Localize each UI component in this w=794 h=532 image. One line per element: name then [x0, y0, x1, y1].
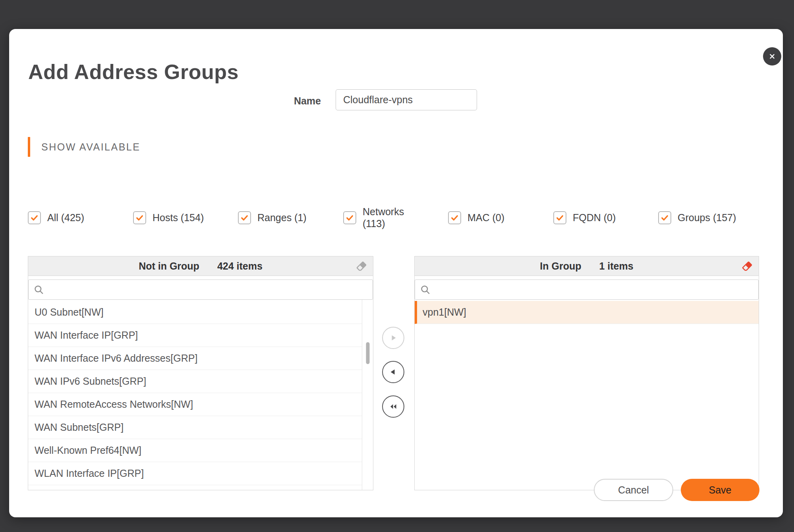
- move-right-button[interactable]: [382, 327, 404, 349]
- filter-label: Groups (157): [678, 212, 736, 224]
- in-group-search[interactable]: [415, 279, 759, 300]
- left-arrow-icon: [388, 366, 399, 378]
- close-icon: [768, 52, 777, 61]
- in-group-search-input[interactable]: [435, 284, 753, 296]
- checkbox-checked-icon[interactable]: [133, 211, 146, 224]
- list-item[interactable]: U0 Subnet[NW]: [28, 301, 373, 324]
- filter-checkbox-item[interactable]: All (425): [28, 204, 84, 231]
- not-in-group-search[interactable]: [28, 279, 373, 300]
- filter-label: FQDN (0): [573, 212, 616, 224]
- checkbox-checked-icon[interactable]: [658, 211, 671, 224]
- in-group-title: In Group: [540, 260, 581, 272]
- checkbox-checked-icon[interactable]: [238, 211, 251, 224]
- show-available-header: SHOW AVAILABLE: [28, 137, 140, 157]
- filter-checkbox-item[interactable]: FQDN (0): [553, 204, 616, 231]
- section-accent-bar: [28, 137, 30, 157]
- clear-group-button[interactable]: [740, 259, 754, 273]
- in-group-list: vpn1[NW]: [415, 301, 759, 490]
- list-item[interactable]: WAN IPv6 Subnets[GRP]: [28, 370, 373, 393]
- checkbox-checked-icon[interactable]: [343, 211, 356, 224]
- checkbox-checked-icon[interactable]: [448, 211, 461, 224]
- in-group-panel: In Group 1 items vpn1[NW]: [414, 256, 759, 490]
- filter-label: Ranges (1): [257, 212, 307, 224]
- filter-checkbox-item[interactable]: Hosts (154): [133, 204, 204, 231]
- filter-label: Networks(113): [363, 206, 404, 229]
- scrollbar-thumb[interactable]: [366, 342, 369, 364]
- clear-search-button[interactable]: [355, 259, 368, 273]
- filter-checkbox-item[interactable]: Groups (157): [658, 204, 736, 231]
- not-in-group-panel: Not in Group 424 items U0 Subnet[NW]WAN …: [28, 256, 373, 490]
- checkbox-checked-icon[interactable]: [28, 211, 41, 224]
- list-item[interactable]: WAN RemoteAccess Networks[NW]: [28, 393, 373, 416]
- not-in-group-search-input[interactable]: [48, 284, 368, 296]
- in-group-count: 1 items: [599, 260, 633, 272]
- section-label: SHOW AVAILABLE: [41, 141, 140, 153]
- name-input[interactable]: [336, 89, 477, 110]
- list-item[interactable]: WLAN Interface IP[GRP]: [28, 462, 373, 485]
- not-in-group-list: U0 Subnet[NW]WAN Interface IP[GRP]WAN In…: [28, 301, 373, 490]
- close-button[interactable]: [763, 47, 781, 66]
- double-left-arrow-icon: [388, 401, 399, 412]
- search-icon: [420, 284, 431, 295]
- filter-checkbox-item[interactable]: Networks(113): [343, 204, 404, 231]
- filter-checkbox-item[interactable]: Ranges (1): [238, 204, 307, 231]
- name-label: Name: [247, 95, 321, 107]
- list-item[interactable]: WAN Subnets[GRP]: [28, 416, 373, 439]
- in-group-header: In Group 1 items: [415, 256, 759, 276]
- filter-checkbox-item[interactable]: MAC (0): [448, 204, 504, 231]
- save-button[interactable]: Save: [681, 479, 759, 501]
- app-background: Add Address Groups Name SHOW AVAILABLE A…: [0, 0, 794, 532]
- list-item[interactable]: WAN Interface IP[GRP]: [28, 324, 373, 347]
- eraser-icon: [741, 260, 753, 272]
- scrollbar-track[interactable]: [362, 300, 373, 490]
- move-all-left-button[interactable]: [382, 395, 404, 418]
- right-arrow-icon: [388, 332, 399, 343]
- filter-row: All (425) Hosts (154) Ranges (1) Network…: [28, 204, 767, 231]
- page-title: Add Address Groups: [28, 60, 239, 84]
- filter-label: MAC (0): [468, 212, 504, 224]
- not-in-group-title: Not in Group: [139, 260, 199, 272]
- search-icon: [33, 284, 44, 295]
- not-in-group-header: Not in Group 424 items: [28, 256, 373, 276]
- eraser-icon: [355, 260, 367, 272]
- move-left-button[interactable]: [382, 361, 404, 383]
- add-address-groups-dialog: Add Address Groups Name SHOW AVAILABLE A…: [9, 29, 783, 517]
- cancel-button[interactable]: Cancel: [594, 479, 673, 501]
- list-item[interactable]: vpn1[NW]: [415, 301, 759, 324]
- not-in-group-count: 424 items: [217, 260, 263, 272]
- filter-label: All (425): [47, 212, 84, 224]
- list-item[interactable]: Well-Known Pref64[NW]: [28, 439, 373, 462]
- filter-label: Hosts (154): [153, 212, 204, 224]
- list-item[interactable]: WAN Interface IPv6 Addresses[GRP]: [28, 347, 373, 370]
- checkbox-checked-icon[interactable]: [553, 211, 566, 224]
